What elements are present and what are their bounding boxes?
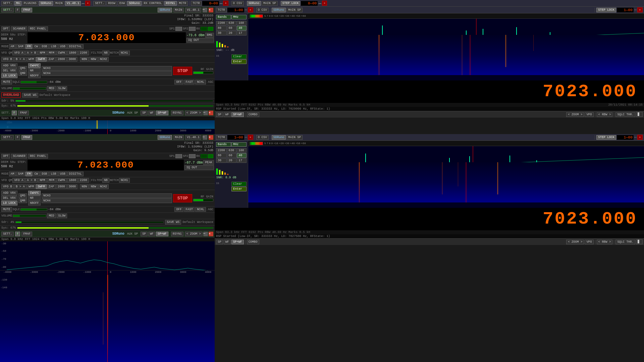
v2200-btn-2[interactable]: 2200 — [78, 178, 89, 183]
digital-btn-2[interactable]: DIGITAL — [67, 172, 84, 176]
f-sp1[interactable]: F — [12, 111, 17, 115]
slow-btn[interactable]: SLOW — [57, 86, 67, 91]
wf-view-btn-3[interactable]: WF — [224, 240, 231, 244]
spwf-view-btn-1[interactable]: SP+WF — [231, 112, 244, 117]
ma-btn[interactable]: MA — [14, 1, 21, 6]
sp1-btn-2[interactable] — [175, 154, 182, 158]
nch1-btn[interactable]: NCH1 — [119, 51, 130, 55]
f-tab[interactable]: F — [15, 8, 20, 12]
v1800-btn-2[interactable]: 1800 — [67, 178, 78, 183]
vfo-b-btn-2[interactable]: VFO B — [1, 184, 14, 189]
a-b-btn[interactable]: A > B — [25, 51, 38, 55]
b80[interactable]: 80 — [216, 26, 227, 31]
rdsw-btn[interactable]: RDSW — [106, 1, 117, 6]
sqlc-thr-btn[interactable]: SQLC THR. — [615, 112, 635, 117]
mute-btn-2[interactable]: MUTE — [1, 207, 12, 212]
clear-btn-2[interactable]: Clear — [231, 182, 247, 186]
main-btn[interactable]: MAIN — [54, 1, 64, 6]
rbw-btn-2[interactable]: < RBW > — [597, 240, 613, 244]
rsyn1-btn[interactable]: RSYN1 — [164, 1, 177, 6]
rx2-win-min[interactable]: — — [203, 135, 207, 140]
nbn-btn[interactable]: NBN — [80, 57, 89, 62]
rec-panel-btn-2[interactable]: REC PANEL — [28, 154, 48, 159]
sp-view-btn-3[interactable]: SP — [216, 240, 223, 244]
v2200-btn[interactable]: 2200 — [78, 51, 89, 55]
opt-btn[interactable]: OPT — [1, 26, 10, 31]
cwafc-btn[interactable]: CWAFC — [28, 63, 41, 68]
sp-btn-1[interactable]: SP — [141, 111, 148, 115]
add-vrx-btn-2[interactable]: ADD VRX — [1, 191, 17, 195]
stop-btn-2[interactable]: STOP — [173, 194, 192, 202]
wfm-btn[interactable]: WFM — [27, 57, 36, 62]
mctr-btn[interactable]: MCTR — [177, 1, 188, 6]
nb-btn-2[interactable]: NB — [102, 178, 109, 183]
min-icon[interactable]: — — [82, 1, 84, 6]
step-lock-btn-2[interactable]: STEP LOCK — [596, 8, 616, 12]
rec-panel-btn[interactable]: REC PANEL — [28, 26, 48, 31]
b-a-btn[interactable]: B > A — [14, 57, 26, 62]
am-btn-2[interactable]: AM — [9, 172, 16, 176]
nch2-btn-2[interactable]: NCH2 — [98, 184, 109, 189]
usb-btn[interactable]: USB — [58, 44, 67, 49]
bands-btn[interactable]: Bands — [216, 15, 231, 19]
sqlc-thr-btn-2[interactable]: SQLC THR. — [615, 240, 635, 244]
nr-btn[interactable]: NR — [28, 68, 41, 73]
qmr-btn-2[interactable]: QMR — [18, 198, 27, 203]
b80-2[interactable]: 80 — [216, 153, 227, 158]
tctr-min-icon[interactable]: — — [245, 8, 247, 12]
wf-view-btn-1[interactable]: WF — [224, 112, 231, 117]
mfm-btn-2[interactable]: MFM — [47, 178, 56, 183]
combo-btn-1[interactable]: COMBO — [247, 112, 259, 117]
sam-btn-2[interactable]: SAM — [16, 172, 25, 176]
nchl-btn-2[interactable]: NCHL — [195, 207, 206, 212]
freq-display-1[interactable]: 7.023.000 — [78, 33, 135, 43]
swfm-btn-2[interactable]: SWFM — [36, 184, 47, 189]
cwpk-btn[interactable]: CWPK — [56, 51, 67, 55]
iq-out-btn-2[interactable]: IQ OUT — [184, 165, 214, 170]
main-freq-big-2[interactable]: 7023.000 — [543, 209, 637, 229]
qmr-btn[interactable]: QMR — [18, 71, 27, 76]
vpo-btn[interactable]: VPO — [585, 112, 593, 117]
to-csv-btn-3[interactable]: O CSV — [256, 135, 269, 140]
tctr-close[interactable]: ✕ — [248, 7, 253, 12]
step-close[interactable]: ✕ — [637, 7, 643, 12]
cw-btn-2[interactable]: CW — [33, 172, 40, 176]
peak-btn[interactable]: PEAK — [203, 160, 214, 165]
to-csv-btn[interactable]: O CSV — [231, 1, 244, 6]
tctr-btn-2[interactable]: TCTR — [216, 135, 227, 140]
usb-btn-2[interactable]: USB — [58, 172, 67, 176]
plugins-btn[interactable]: PLUGINS — [22, 1, 38, 6]
sqlc-thr-box-2[interactable]: ▉ — [636, 239, 643, 244]
bands-btn-2[interactable]: Bands — [216, 142, 231, 147]
med-btn[interactable]: MED — [47, 86, 56, 91]
rms-btn[interactable]: RMS — [205, 33, 214, 38]
f-tab-2[interactable]: F — [15, 135, 20, 140]
save-ws-btn-2[interactable]: SAVE WS — [165, 220, 181, 225]
zap-btn[interactable]: ZAP — [47, 57, 56, 62]
freq-display-2[interactable]: 7.023.000 — [77, 160, 134, 170]
sdruno3-btn[interactable]: SDRuno — [247, 1, 261, 6]
v1800-btn[interactable]: 1800 — [67, 51, 78, 55]
version-btn[interactable]: V1.40.1 — [65, 1, 81, 6]
volume-bar[interactable] — [13, 87, 46, 90]
sp2-btn-2[interactable] — [189, 154, 196, 158]
step-lock-btn[interactable]: STEP LOCK — [281, 1, 301, 6]
nb-btn[interactable]: NB — [102, 51, 109, 55]
rx-btn-2[interactable] — [201, 154, 207, 158]
b2200-2[interactable]: 2200 — [216, 148, 227, 153]
lo-lock-btn-2[interactable]: LO LOCK — [1, 201, 17, 205]
scanner-btn-2[interactable]: SCANNER — [11, 154, 27, 159]
spwf-view-btn-3[interactable]: SP+WF — [231, 240, 244, 244]
rx-btn[interactable] — [201, 27, 207, 31]
v2800-btn[interactable]: 2800 — [56, 57, 67, 62]
nch4-btn[interactable]: NCH4 — [42, 71, 172, 76]
min1-icon[interactable]: — — [220, 1, 222, 6]
opt-btn-2[interactable]: OPT — [1, 154, 10, 159]
sp1-win-min[interactable]: — — [203, 111, 208, 115]
v3000-btn-2[interactable]: 3000 — [67, 184, 78, 189]
nbw-btn-2[interactable]: NBW — [89, 184, 98, 189]
sett-tab-2[interactable]: SETT. — [1, 135, 14, 140]
zoom-sp1[interactable]: < ZOOM > — [185, 111, 203, 115]
sp1-btn[interactable] — [175, 27, 182, 31]
rx-control-btn[interactable]: RX CONTROL — [142, 1, 164, 6]
